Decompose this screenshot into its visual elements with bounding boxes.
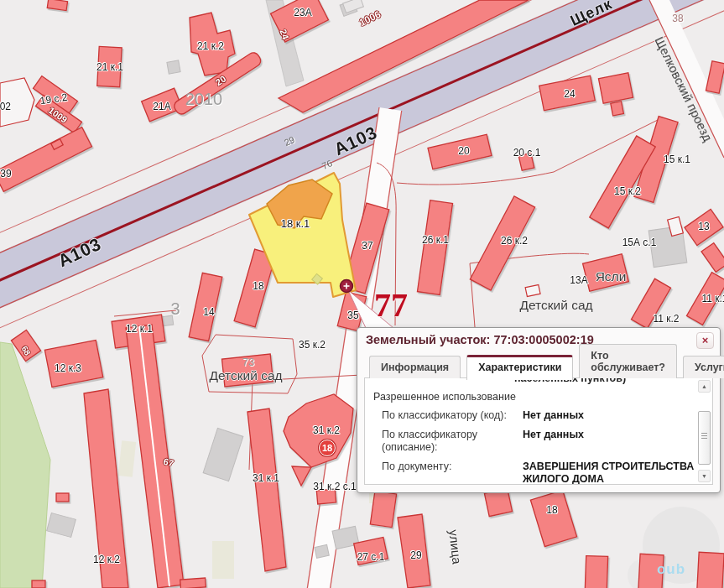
scroll-down-icon: ▼: [701, 473, 707, 479]
attribute-row: По классификатору (описание): Нет данных: [382, 429, 712, 454]
tab-kharakteristiki[interactable]: Характеристики: [466, 355, 573, 380]
parcel-popup: Земельный участок: 77:03:0005002:19 × Ин…: [357, 327, 721, 493]
map-label: 12 к.3: [55, 362, 81, 374]
map-label: 15 к.1: [664, 154, 690, 165]
map-label: 11 к.1: [701, 293, 724, 304]
scroll-up-button[interactable]: ▲: [698, 380, 711, 393]
map-label: 12 к.2: [93, 554, 120, 565]
scrollbar[interactable]: ▲ ▼: [698, 380, 711, 482]
map-label: 20 с.1: [513, 147, 541, 159]
attribute-label: По классификатору (описание):: [382, 429, 523, 454]
map-label: 18: [546, 504, 557, 516]
map-label: 14: [203, 306, 214, 318]
cadastral-map: [0, 0, 724, 588]
location-marker-icon[interactable]: [341, 280, 353, 293]
map-label: 11 к.2: [653, 313, 679, 325]
map-label: 26 к.1: [422, 234, 449, 246]
map-label: 15 к.2: [614, 185, 641, 197]
map-label: 21А: [153, 101, 170, 112]
map-label: 35 к.2: [299, 339, 326, 351]
area-name-label: Ясли: [596, 269, 627, 284]
map-label: 21 к.2: [197, 40, 224, 52]
map-label: 23А: [294, 7, 311, 18]
map-label: 73: [242, 356, 254, 368]
popup-title: Земельный участок: 77:03:0005002:19: [366, 333, 594, 346]
map-label: 38: [672, 13, 683, 24]
map-label: 2010: [185, 90, 223, 109]
popup-content: населенных пунктов) Разрешенное использо…: [364, 377, 713, 485]
map-label: 13А: [570, 274, 587, 286]
area-name-label: Детский сад: [519, 298, 592, 313]
tab-uslugi[interactable]: Услуги: [683, 356, 724, 378]
map-label: 26 к.2: [501, 235, 528, 247]
building-number-badge: 18: [319, 440, 336, 456]
map-label: 24: [564, 88, 575, 100]
close-button[interactable]: ×: [696, 332, 714, 349]
map-label: 31 к.2 с.1: [313, 481, 356, 492]
map-label: 18: [253, 280, 263, 292]
map-label: 31 к.2: [313, 424, 340, 436]
map-label: 37: [362, 240, 372, 252]
map-label: 13: [698, 221, 709, 232]
selected-building-label: 18 к.1: [281, 217, 310, 230]
map-label: 15А с.1: [622, 237, 657, 248]
close-icon: ×: [702, 334, 709, 346]
scroll-up-icon: ▲: [701, 383, 707, 389]
map-label: 21 к.1: [96, 61, 123, 73]
attribute-value: ЗАВЕРШЕНИЯ СТРОИТЕЛЬСТВА ЖИЛОГО ДОМА: [523, 461, 701, 485]
attribute-value: Нет данных: [523, 429, 584, 454]
popup-tabs: Информация Характеристики Кто обслуживае…: [369, 354, 724, 378]
map-label: 20: [458, 145, 469, 157]
tab-informatsiya[interactable]: Информация: [369, 356, 461, 378]
attribute-label: По классификатору (код):: [382, 409, 523, 422]
scrollbar-thumb[interactable]: [698, 411, 711, 465]
map-label: 29: [410, 549, 421, 561]
map-label: 39: [0, 168, 11, 180]
selected-parcel-number: 77: [374, 285, 408, 325]
tab-kto-obsluzhivaet[interactable]: Кто обслуживает?: [579, 344, 677, 378]
scroll-down-button[interactable]: ▼: [698, 470, 711, 482]
scroll-thumb-grip-icon: [701, 435, 707, 436]
section-title: Разрешенное использование: [373, 391, 712, 403]
map-label: 002: [0, 101, 11, 112]
map-label: 12 к.1: [126, 323, 153, 335]
attribute-row: По классификатору (код): Нет данных: [382, 409, 712, 422]
map-label: 27 с.1: [357, 551, 385, 563]
map-label: 35: [347, 310, 358, 321]
area-name-label: Детский сад: [209, 368, 282, 383]
watermark: oub: [657, 561, 685, 578]
attribute-value: Нет данных: [523, 409, 584, 422]
map-label: 31 к.1: [253, 472, 279, 484]
attribute-label: По документу:: [382, 461, 523, 485]
attribute-row: По документу: ЗАВЕРШЕНИЯ СТРОИТЕЛЬСТВА Ж…: [382, 461, 712, 485]
map-canvas[interactable]: 21 к.1 21 к.2 19 с.2 1009 002 21А 2010 2…: [0, 0, 724, 588]
map-label: 3: [170, 299, 180, 319]
